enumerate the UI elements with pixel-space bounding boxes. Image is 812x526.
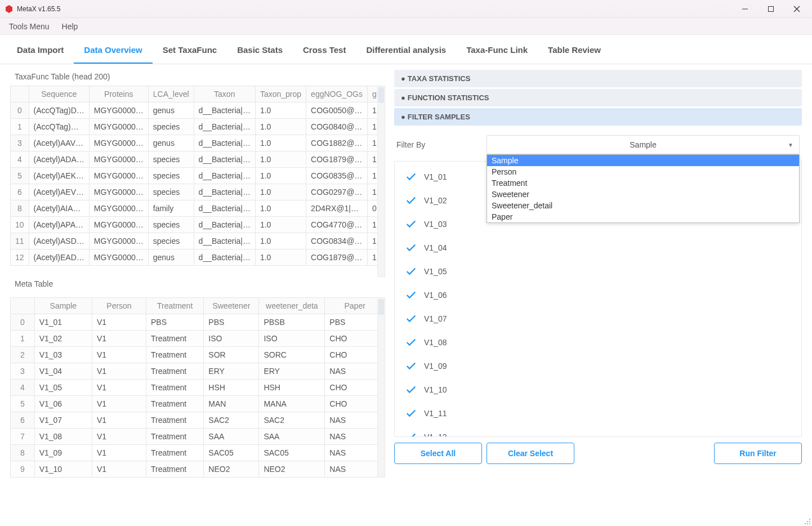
maximize-button[interactable]	[758, 1, 784, 17]
taxafunc-table[interactable]: SequenceProteinsLCA_levelTaxonTaxon_prop…	[10, 86, 385, 277]
row-header: 8	[11, 445, 35, 461]
table-row[interactable]: 7V1_08V1TreatmentSAASAANAS	[11, 429, 385, 445]
column-header[interactable]: Proteins	[89, 86, 148, 102]
table-cell: V1	[92, 331, 146, 347]
table-row[interactable]: 12(Acetyl)EAD…MGYG0000…genusd__Bacteria|…	[11, 249, 386, 266]
table-row[interactable]: 1(AccQTag)…MGYG0000…speciesd__Bacteria|……	[11, 119, 386, 135]
sample-check-item[interactable]: V1_06	[395, 283, 801, 307]
table-row[interactable]: 6(Acetyl)AEV…MGYG0000…speciesd__Bacteria…	[11, 184, 386, 200]
accordion-taxa-statistics[interactable]: ●TAXA STATISTICS	[394, 70, 802, 87]
tab-differential-analysis[interactable]: Differential analysis	[356, 37, 456, 64]
table-cell: (AccQTag)…	[29, 119, 89, 135]
table-row[interactable]: 8(Acetyl)AIA…MGYG0000…familyd__Bacteria|…	[11, 200, 386, 217]
table-row[interactable]: 0(AccQTag)D…MGYG0000…genusd__Bacteria|…1…	[11, 102, 386, 119]
sample-check-item[interactable]: V1_09	[395, 354, 801, 378]
table-row[interactable]: 4(Acetyl)ADA…MGYG0000…speciesd__Bacteria…	[11, 151, 386, 168]
dropdown-option[interactable]: Sample	[487, 155, 799, 166]
sample-label: V1_04	[424, 243, 447, 252]
row-header: 3	[11, 135, 29, 151]
table-cell: COG0834@…	[306, 233, 368, 249]
tab-cross-test[interactable]: Cross Test	[293, 37, 356, 64]
sample-check-item[interactable]: V1_08	[395, 331, 801, 354]
table-cell: V1	[92, 412, 146, 429]
sample-label: V1_12	[424, 433, 447, 437]
table-row[interactable]: 3(Acetyl)AAV…MGYG0000…genusd__Bacteria|……	[11, 135, 386, 151]
menu-tools[interactable]: Tools Menu	[3, 20, 55, 33]
table-cell: COG0835@…	[306, 168, 368, 184]
table-cell: NAS	[325, 429, 385, 445]
table-row[interactable]: 10(Acetyl)APA…MGYG0000…speciesd__Bacteri…	[11, 217, 386, 233]
close-button[interactable]	[784, 1, 810, 17]
accordion-filter-samples[interactable]: ●FILTER SAMPLES	[394, 108, 802, 126]
column-header[interactable]: Person	[92, 298, 146, 314]
table-cell: MANA	[259, 396, 325, 412]
row-header: 4	[11, 151, 29, 168]
table-row[interactable]: 2V1_03V1TreatmentSORSORCCHO	[11, 347, 385, 363]
tab-taxa-func-link[interactable]: Taxa-Func Link	[456, 37, 538, 64]
accordion-function-statistics[interactable]: ●FUNCTION STATISTICS	[394, 89, 802, 106]
column-header[interactable]: Sample	[34, 298, 92, 314]
meta-table[interactable]: SamplePersonTreatmentSweetenerweetener_d…	[10, 297, 385, 478]
table-cell: (Acetyl)EAD…	[29, 249, 89, 266]
table-row[interactable]: 8V1_09V1TreatmentSAC05SAC05NAS	[11, 445, 385, 461]
column-header[interactable]: eggNOG_OGs	[306, 86, 368, 102]
sample-label: V1_07	[424, 314, 447, 323]
dropdown-option[interactable]: Sweetener_detail	[487, 200, 799, 211]
sample-check-item[interactable]: V1_12	[395, 425, 801, 437]
filter-by-combo[interactable]: Sample ▼ SamplePersonTreatmentSweetenerS…	[487, 135, 800, 154]
menu-help[interactable]: Help	[56, 20, 84, 33]
resize-grip-icon[interactable]	[803, 517, 811, 525]
table-row[interactable]: 3V1_04V1TreatmentERYERYNAS	[11, 363, 385, 380]
dropdown-option[interactable]: Person	[487, 166, 799, 177]
tab-data-overview[interactable]: Data Overview	[74, 37, 152, 64]
column-header[interactable]: Sequence	[29, 86, 89, 102]
table-cell: Treatment	[146, 331, 203, 347]
column-header[interactable]: Taxon	[194, 86, 255, 102]
table-row[interactable]: 6V1_07V1TreatmentSAC2SAC2NAS	[11, 412, 385, 429]
tab-data-import[interactable]: Data Import	[7, 37, 74, 64]
sample-check-item[interactable]: V1_11	[395, 402, 801, 425]
tab-table-review[interactable]: Table Review	[538, 37, 611, 64]
column-header[interactable]: Taxon_prop	[255, 86, 306, 102]
sample-check-item[interactable]: V1_10	[395, 378, 801, 402]
table-row[interactable]: 11(Acetyl)ASD…MGYG0000…speciesd__Bacteri…	[11, 233, 386, 249]
table-cell: genus	[148, 135, 194, 151]
sample-check-item[interactable]: V1_05	[395, 260, 801, 283]
sample-check-item[interactable]: V1_04	[395, 236, 801, 260]
column-header[interactable]: Sweetener	[204, 298, 259, 314]
column-header[interactable]: LCA_level	[148, 86, 194, 102]
table-cell: d__Bacteria|…	[194, 168, 255, 184]
table-cell: SAC05	[204, 445, 259, 461]
filter-by-dropdown[interactable]: SamplePersonTreatmentSweetenerSweetener_…	[487, 154, 800, 223]
table-row[interactable]: 0V1_01V1PBSPBSPBSBPBS	[11, 314, 385, 331]
scrollbar-vertical[interactable]	[377, 86, 385, 277]
column-header[interactable]: Treatment	[146, 298, 203, 314]
sample-check-item[interactable]: V1_07	[395, 307, 801, 331]
tab-set-taxafunc[interactable]: Set TaxaFunc	[153, 37, 227, 64]
table-cell: V1	[92, 396, 146, 412]
table-cell: MGYG0000…	[89, 151, 148, 168]
table-cell: PBSB	[259, 314, 325, 331]
tab-basic-stats[interactable]: Basic Stats	[227, 37, 293, 64]
column-header[interactable]: weetener_deta	[259, 298, 325, 314]
dropdown-option[interactable]: Paper	[487, 211, 799, 222]
table-cell: V1_09	[34, 445, 92, 461]
table-cell: (Acetyl)AEK…	[29, 168, 89, 184]
minimize-button[interactable]	[732, 1, 758, 17]
column-header[interactable]: Paper	[325, 298, 385, 314]
chevron-down-icon: ▼	[788, 142, 793, 148]
clear-select-button[interactable]: Clear Select	[487, 443, 574, 464]
run-filter-button[interactable]: Run Filter	[714, 443, 802, 464]
table-cell: 1.0	[255, 168, 306, 184]
table-row[interactable]: 4V1_05V1TreatmentHSHHSHCHO	[11, 380, 385, 396]
dropdown-option[interactable]: Sweetener	[487, 189, 799, 200]
table-row[interactable]: 5(Acetyl)AEK…MGYG0000…speciesd__Bacteria…	[11, 168, 386, 184]
select-all-button[interactable]: Select All	[394, 443, 482, 464]
table-row[interactable]: 5V1_06V1TreatmentMANMANACHO	[11, 396, 385, 412]
scrollbar-vertical[interactable]	[377, 297, 385, 478]
table-cell: MGYG0000…	[89, 168, 148, 184]
table-row[interactable]: 1V1_02V1TreatmentISOISOCHO	[11, 331, 385, 347]
table-row[interactable]: 9V1_10V1TreatmentNEO2NEO2NAS	[11, 461, 385, 478]
sample-label: V1_08	[424, 338, 447, 347]
dropdown-option[interactable]: Treatment	[487, 177, 799, 189]
